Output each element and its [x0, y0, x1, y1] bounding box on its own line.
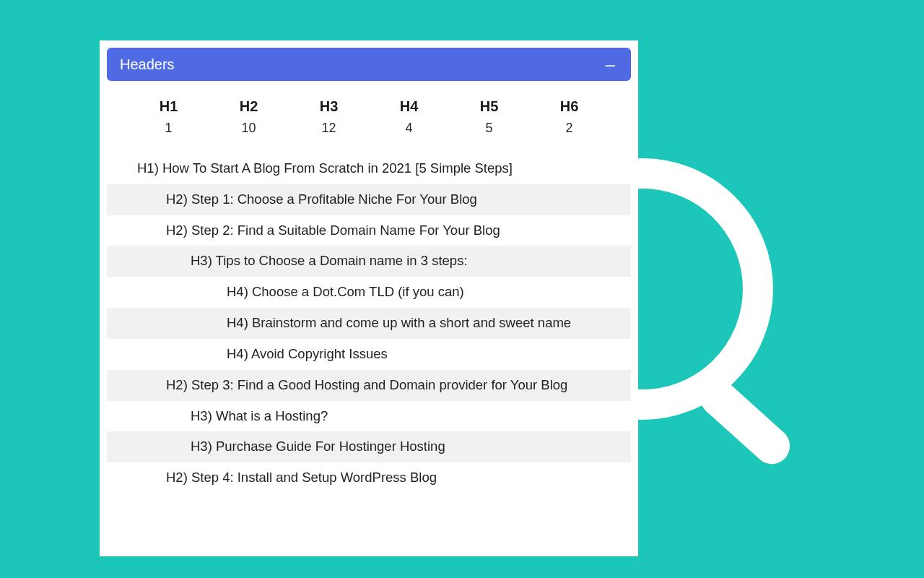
header-counts-row: H1 1 H2 10 H3 12 H4 4 H5 5 H6 2	[107, 81, 631, 153]
list-item[interactable]: H2) Step 4: Install and Setup WordPress …	[107, 462, 631, 493]
count-label: H2	[209, 98, 289, 115]
count-h5: H5 5	[449, 98, 529, 136]
count-value: 10	[209, 121, 289, 136]
header-outline-list: H1) How To Start A Blog From Scratch in …	[107, 153, 631, 493]
count-label: H3	[289, 98, 369, 115]
count-h4: H4 4	[369, 98, 449, 136]
svg-rect-1	[693, 372, 798, 466]
list-item[interactable]: H1) How To Start A Blog From Scratch in …	[107, 153, 631, 184]
list-item[interactable]: H4) Brainstorm and come up with a short …	[107, 308, 631, 339]
count-value: 2	[529, 121, 609, 136]
list-item[interactable]: H3) Purchase Guide For Hostinger Hosting	[107, 431, 631, 462]
list-item[interactable]: H4) Avoid Copyright Issues	[107, 339, 631, 370]
count-value: 1	[128, 121, 209, 136]
panel-header-bar[interactable]: Headers –	[107, 48, 631, 81]
count-value: 5	[449, 121, 529, 136]
count-h2: H2 10	[209, 98, 289, 136]
list-item[interactable]: H3) What is a Hosting?	[107, 401, 631, 432]
count-label: H6	[529, 98, 609, 115]
list-item[interactable]: H3) Tips to Choose a Domain name in 3 st…	[107, 246, 631, 277]
count-h1: H1 1	[128, 98, 209, 136]
list-item[interactable]: H2) Step 1: Choose a Profitable Niche Fo…	[107, 184, 631, 215]
collapse-button[interactable]: –	[603, 56, 618, 73]
count-label: H4	[369, 98, 449, 115]
panel-title: Headers	[120, 56, 175, 73]
count-label: H5	[449, 98, 529, 115]
count-value: 12	[289, 121, 369, 136]
count-label: H1	[128, 98, 209, 115]
headers-panel: Headers – H1 1 H2 10 H3 12 H4 4 H5 5 H6 …	[100, 40, 638, 556]
count-value: 4	[369, 121, 449, 136]
count-h6: H6 2	[529, 98, 609, 136]
list-item[interactable]: H4) Choose a Dot.Com TLD (if you can)	[107, 277, 631, 308]
list-item[interactable]: H2) Step 3: Find a Good Hosting and Doma…	[107, 370, 631, 401]
count-h3: H3 12	[289, 98, 369, 136]
list-item[interactable]: H2) Step 2: Find a Suitable Domain Name …	[107, 215, 631, 246]
